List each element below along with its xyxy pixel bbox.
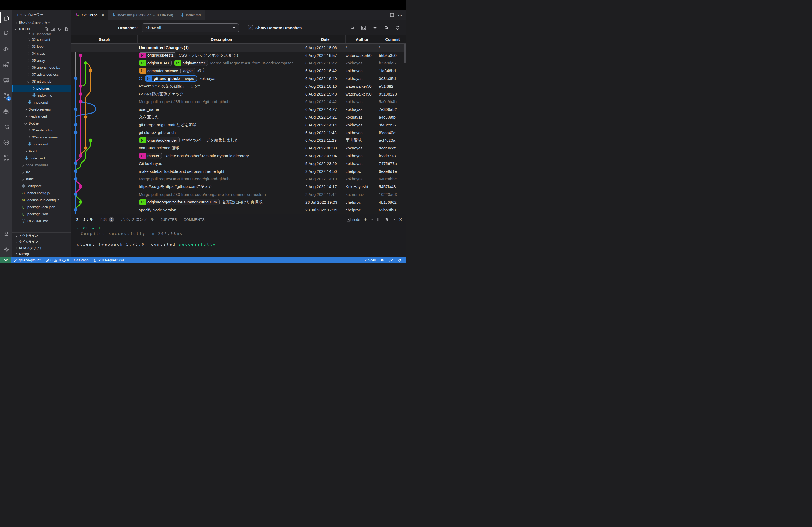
settings-gear-icon[interactable] <box>0 241 12 257</box>
remote-explorer-icon[interactable] <box>0 72 12 88</box>
copilot-icon[interactable] <box>378 257 387 264</box>
column-commit[interactable]: Commit <box>379 35 406 44</box>
column-graph[interactable]: Graph <box>71 35 138 44</box>
terminal-name[interactable]: node <box>352 217 360 222</box>
terminal-output[interactable]: ✓ Client Compiled successfully in 202.08… <box>71 225 406 257</box>
commit-row[interactable]: specify Node version23 Jul 2022 17:09che… <box>71 206 406 214</box>
section-outline[interactable]: アウトライン <box>12 232 71 239</box>
tree-item[interactable]: JSdocusaurus.config.js <box>12 196 71 204</box>
commit-row[interactable]: Merge pull request #34 from ut-code/git-… <box>71 175 406 183</box>
tree-item[interactable]: iREADME.md <box>12 217 71 224</box>
commit-row[interactable]: origin/css-test1 CSS（フレックスボックスまで）6 Aug 2… <box>71 51 406 59</box>
kill-terminal-icon[interactable] <box>385 217 389 222</box>
commit-row[interactable]: git merge origin mainなどを加筆6 Aug 2022 14:… <box>71 121 406 129</box>
tree-item[interactable]: 06-anonymous-f... <box>12 64 71 71</box>
tree-item[interactable]: static <box>12 176 71 182</box>
docker-icon[interactable] <box>0 103 12 119</box>
tree-item[interactable]: {}package.json <box>12 210 71 217</box>
editor-more-icon[interactable]: ⋯ <box>398 13 402 18</box>
tree-item[interactable]: 9-old <box>12 148 71 154</box>
search-icon[interactable] <box>350 25 355 30</box>
source-control-icon[interactable]: 1 <box>0 88 12 103</box>
tree-item[interactable]: index.md <box>12 154 71 162</box>
branch-badge[interactable]: master <box>139 153 162 159</box>
tree-item[interactable]: src <box>12 168 71 176</box>
branch-badge[interactable]: origin/HEAD <box>139 60 172 66</box>
tree-item[interactable]: 05-array <box>12 57 71 64</box>
panel-tab-comments[interactable]: COMMENTS <box>184 214 205 225</box>
explorer-icon[interactable] <box>0 10 12 26</box>
commit-row[interactable]: git cloneとgit branch6 Aug 2022 11:43kokh… <box>71 129 406 137</box>
commit-row[interactable]: Merge pull request #35 from ut-code/git-… <box>71 98 406 106</box>
commit-row[interactable]: https://.co.jpをhttps://github.comに変えた2 A… <box>71 183 406 191</box>
new-folder-icon[interactable] <box>51 27 55 31</box>
tree-item[interactable]: .gitignore <box>12 182 71 190</box>
tree-item[interactable]: 01-inspector <box>12 32 71 36</box>
branch-badge[interactable]: origin/master <box>174 60 208 66</box>
branch-badge[interactable]: origin/add-render <box>139 137 180 143</box>
tree-item[interactable]: 08-git-github <box>12 78 71 85</box>
section-open-editors[interactable]: 開いているエディター <box>12 19 71 26</box>
scrollbar[interactable] <box>404 44 406 63</box>
spell-checker-status[interactable]: ✓Spell <box>362 257 378 264</box>
checkbox-checked-icon[interactable]: ✓ <box>248 25 253 30</box>
close-icon[interactable]: ✕ <box>102 13 105 17</box>
tree-item[interactable]: index.md <box>12 140 71 148</box>
gear-icon[interactable] <box>373 25 378 30</box>
tree-item[interactable]: 01-not-coding <box>12 127 71 134</box>
section-npm-scripts[interactable]: NPM スクリプト <box>12 245 71 251</box>
git-graph-status[interactable]: Git Graph <box>71 257 91 264</box>
tree-item-pictures-selected[interactable]: pictures <box>12 85 71 92</box>
tree-item[interactable]: 04-class <box>12 50 71 57</box>
run-debug-icon[interactable] <box>0 41 12 57</box>
commit-row-selected[interactable]: git-and-githuborigin kokhayas6 Aug 2022 … <box>71 75 406 82</box>
commit-row[interactable]: Uncommitted Changes (1)6 Aug 2022 18:06*… <box>71 44 406 51</box>
tree-item[interactable]: {}package-lock.json <box>12 204 71 210</box>
tree-item[interactable]: 07-advanced-css <box>12 71 71 78</box>
tree-item[interactable]: 8-other <box>12 120 71 127</box>
refresh-icon[interactable] <box>57 27 61 31</box>
pull-request-status[interactable]: Pull Request #34 <box>91 257 126 264</box>
tree-item[interactable]: 4-advanced <box>12 113 71 120</box>
notifications-bell-icon[interactable] <box>395 257 404 264</box>
section-mysql[interactable]: MYSQL <box>12 251 71 257</box>
commit-row[interactable]: computer science 俯瞰6 Aug 2022 08:30kokha… <box>71 144 406 152</box>
branches-dropdown[interactable]: Show All <box>142 23 239 32</box>
tab-index-md[interactable]: index.md <box>177 10 205 20</box>
branch-badge[interactable]: computer-scienceorigin <box>139 67 195 74</box>
tree-item[interactable]: node_modules <box>12 162 71 168</box>
redo-arrow-icon[interactable] <box>0 119 12 134</box>
extensions-icon[interactable] <box>0 57 12 72</box>
commit-row[interactable]: Merge pull request #33 from ut-code/reor… <box>71 191 406 198</box>
accounts-icon[interactable] <box>0 226 12 241</box>
split-editor-icon[interactable] <box>390 13 394 17</box>
commit-row[interactable]: user_name6 Aug 2022 14:27kokhayas7e306ab… <box>71 105 406 113</box>
remote-indicator[interactable]: >< <box>0 257 11 264</box>
tree-item[interactable]: Bbabel.config.js <box>12 190 71 196</box>
commit-row[interactable]: origin/reorganize-for-summer-curriculum … <box>71 198 406 206</box>
branch-badge[interactable]: origin/css-test1 <box>139 52 176 59</box>
column-author[interactable]: Author <box>346 35 379 44</box>
collapse-all-icon[interactable] <box>64 27 68 31</box>
commit-row[interactable]: CSSの節の画像チェック6 Aug 2022 15:48waterwalker5… <box>71 90 406 98</box>
new-file-icon[interactable] <box>44 27 48 31</box>
tree-item[interactable]: 02-constant <box>12 36 71 43</box>
branch-badge-selected[interactable]: git-and-githuborigin <box>145 75 197 81</box>
panel-tab-debug-console[interactable]: デバッグ コンソール <box>120 214 154 225</box>
terminal-dropdown-icon[interactable] <box>371 218 373 221</box>
show-remote-branches-toggle[interactable]: ✓ Show Remote Branches <box>248 25 302 30</box>
branch-status[interactable]: git-and-github* <box>11 257 43 264</box>
commit-row[interactable]: 文を直した6 Aug 2022 14:21kokhayasa4c538fb <box>71 113 406 121</box>
commit-row[interactable]: Revert "CSSの節の画像チェック"6 Aug 2022 16:10wat… <box>71 82 406 90</box>
refresh-icon[interactable] <box>395 25 400 30</box>
tree-item[interactable]: index.md <box>12 92 71 99</box>
tree-item[interactable]: 3-web-servers <box>12 106 71 113</box>
terminal-icon[interactable] <box>361 25 366 30</box>
commit-row[interactable]: Git kokhayas5 Aug 2022 23:29kokhayas7475… <box>71 160 406 167</box>
pull-request-icon[interactable] <box>0 150 12 166</box>
commit-row[interactable]: master Delete docs/8-other/02-static-dyn… <box>71 152 406 160</box>
new-terminal-icon[interactable]: + <box>364 217 367 223</box>
tab-index-diff[interactable]: index.md (003fe35d^ ↔ 003fe35d) <box>108 10 177 20</box>
panel-tab-jupyter[interactable]: JUPYTER <box>161 214 177 225</box>
cloud-download-icon[interactable] <box>384 25 389 30</box>
